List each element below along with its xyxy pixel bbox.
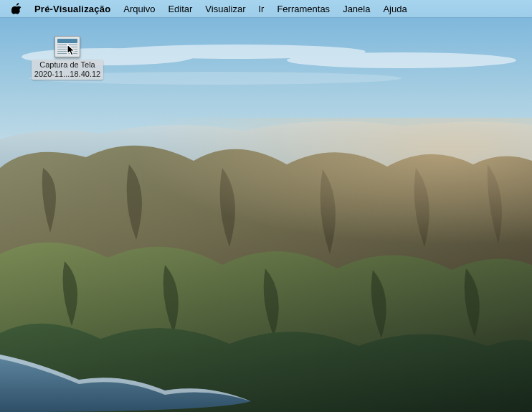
- menu-app-name[interactable]: Pré-Visualização: [34, 4, 110, 14]
- menu-item-ir[interactable]: Ir: [258, 4, 264, 14]
- menu-item-ajuda[interactable]: Ajuda: [383, 4, 407, 14]
- svg-point-3: [287, 52, 516, 68]
- screenshot-thumbnail-icon: [54, 36, 80, 57]
- desktop[interactable]: Captura de Tela 2020-11...18.40.12: [0, 17, 532, 412]
- menu-item-editar[interactable]: Editar: [168, 4, 192, 14]
- desktop-file-screenshot[interactable]: Captura de Tela 2020-11...18.40.12: [29, 36, 106, 80]
- menu-item-ferramentas[interactable]: Ferramentas: [277, 4, 330, 14]
- desktop-file-label-line1: Captura de Tela: [34, 60, 100, 70]
- apple-menu-icon[interactable]: [11, 3, 22, 14]
- menu-bar: Pré-Visualização Arquivo Editar Visualiz…: [0, 0, 532, 17]
- menu-item-arquivo[interactable]: Arquivo: [123, 4, 155, 14]
- desktop-file-label: Captura de Tela 2020-11...18.40.12: [32, 60, 103, 80]
- menu-item-janela[interactable]: Janela: [343, 4, 370, 14]
- menu-item-visualizar[interactable]: Visualizar: [205, 4, 245, 14]
- desktop-file-label-line2: 2020-11...18.40.12: [34, 70, 100, 79]
